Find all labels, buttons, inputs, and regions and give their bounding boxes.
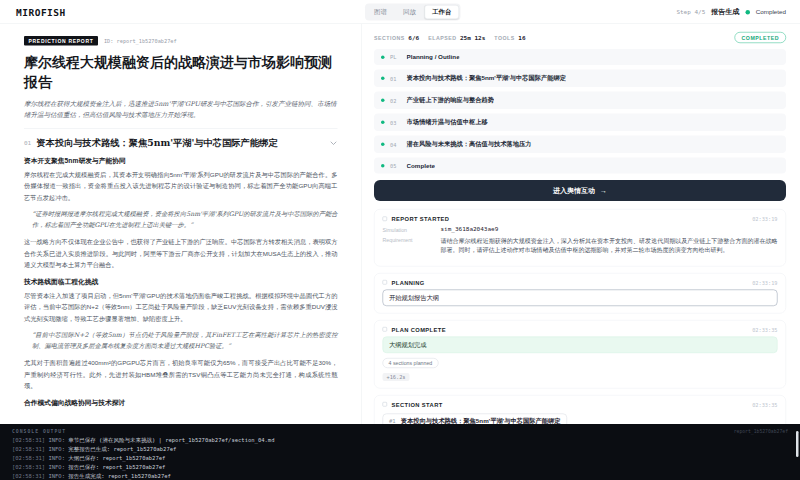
outline-row-planning[interactable]: PL Planning / Outline — [374, 49, 786, 65]
step-indicator: Step 4/5 报告生成 Completed — [676, 0, 786, 24]
section-heading[interactable]: 01 资本投向与技术路线：聚焦5nm'平湖'与中芯国际产能绑定 — [24, 137, 338, 149]
event-label: PLAN COMPLETE — [392, 326, 446, 332]
console-scrollbar[interactable] — [796, 431, 799, 457]
report-subheading-3: 合作模式偏向战略协同与技术探讨 — [24, 398, 338, 407]
event-timestamp: 02:33:35 — [752, 401, 777, 407]
report-quote-1: “证券时报网报道摩尔线程完成大规模融资，资金将投向5nm'平湖'系列GPU的研发… — [24, 208, 338, 231]
event-timestamp: 02:33:35 — [752, 326, 777, 332]
report-quote-2: “目前中芯国际N+2（等效5nm）节点仍处于风险量产阶段，其FinFET工艺在高… — [24, 329, 338, 352]
event-square-icon — [383, 216, 388, 221]
log-level: INFO: — [48, 437, 65, 444]
cta-label: 进入舆情互动 — [553, 186, 595, 195]
stat-label: ELAPSED — [428, 35, 456, 41]
event-timestamp: 02:33:19 — [752, 279, 777, 285]
status-dot-icon — [381, 164, 385, 168]
report-title: 摩尔线程大规模融资后的战略演进与市场影响预测报告 — [24, 53, 338, 93]
log-message: 报告生成完成: report_1b5270ab27ef — [68, 473, 171, 480]
log-message: 报告已保存: report_1b5270ab27ef — [68, 464, 165, 471]
completed-badge: COMPLETED — [735, 32, 786, 43]
status-label: Completed — [756, 9, 786, 16]
outline-row-02[interactable]: 02 产业链上下游的响应与整合趋势 — [374, 92, 786, 110]
report-subheading-1: 资本开支聚焦5nm研发与产能协同 — [24, 156, 338, 165]
stat-elapsed: ELAPSED 25m 12s — [428, 34, 485, 41]
simulation-key: Simulation — [383, 226, 436, 233]
log-timestamp: [02:58:31] — [12, 473, 45, 480]
report-paragraph-2: 这一战略方向不仅体现在企业公告中，也获得了产业链上下游的广泛响应。中芯国际官方转… — [24, 237, 338, 271]
event-header: PLANNING 02:33:19 — [383, 279, 778, 285]
event-card-section-start: SECTION START 02:33:35 #1 资本投向与技术路线：聚焦5n… — [374, 395, 786, 424]
report-id: ID: report_1b5270ab27ef — [104, 38, 177, 44]
stat-value: 25m 12s — [460, 34, 485, 41]
event-label: REPORT STARTED — [392, 216, 450, 222]
event-header: PLAN COMPLETE 02:33:35 — [383, 326, 778, 332]
top-bar: MIROFISH 图谱 回放 工作台 Step 4/5 报告生成 Complet… — [0, 0, 800, 24]
tab-workbench[interactable]: 工作台 — [425, 5, 460, 19]
app-logo: MIROFISH — [16, 6, 66, 17]
outline-row-code: 01 — [390, 75, 401, 81]
log-message: 完整报告已生成: report_1b5270ab27ef — [68, 446, 176, 453]
outline-row-code: 04 — [390, 141, 401, 147]
log-level: INFO: — [48, 464, 65, 471]
planning-message-box: 开始规划报告大纲 — [383, 289, 778, 306]
stat-label: TOOLS — [494, 35, 514, 41]
report-subheading-2: 技术路线面临工程化挑战 — [24, 277, 338, 286]
status-dot-icon — [745, 10, 750, 15]
status-dot-icon — [381, 55, 385, 59]
log-level: INFO: — [48, 446, 65, 453]
stat-value: 16 — [518, 34, 525, 41]
tab-replay[interactable]: 回放 — [396, 5, 424, 19]
log-level: INFO: — [48, 473, 65, 480]
status-dot-icon — [381, 99, 385, 103]
plan-complete-message-box: 大纲规划完成 — [383, 336, 778, 353]
outline-row-03[interactable]: 03 市场情绪升温与估值中枢上移 — [374, 114, 786, 132]
outline-row-code: 02 — [390, 97, 401, 103]
log-timestamp: [02:58:31] — [12, 464, 45, 471]
sections-planned-pill: 4 sections planned — [383, 358, 439, 368]
enter-interaction-button[interactable]: 进入舆情互动 → — [374, 180, 786, 201]
workbench-panel: SECTIONS 6/6 ELAPSED 25m 12s TOOLS 16 CO… — [362, 24, 800, 424]
log-timestamp: [02:58:31] — [12, 455, 45, 462]
event-card-plan-complete: PLAN COMPLETE 02:33:35 大纲规划完成 4 sections… — [374, 320, 786, 389]
main-split: PREDICTION REPORT ID: report_1b5270ab27e… — [0, 24, 800, 424]
section-number: 01 — [24, 140, 31, 147]
section-title: 资本投向与技术路线：聚焦5nm'平湖'与中芯国际产能绑定 — [36, 137, 324, 149]
event-header: REPORT STARTED 02:33:19 — [383, 216, 778, 222]
report-badge-row: PREDICTION REPORT ID: report_1b5270ab27e… — [24, 36, 338, 46]
report-lede: 摩尔线程在获得大规模资金注入后，迅速推进5nm'平湖'GPU研发与中芯国际合作，… — [24, 97, 338, 120]
console-line: [02:58:31] INFO: 大纲已保存: report_1b5270ab2… — [12, 454, 788, 463]
tab-group: 图谱 回放 工作台 — [365, 4, 461, 21]
report-paragraph-1: 摩尔线程在完成大规模融资后，其资本开支明确指向5nm'平湖'系列GPU的研发流片… — [24, 169, 338, 203]
log-level: INFO: — [48, 455, 65, 462]
outline-row-code: 03 — [390, 119, 401, 125]
console-title: CONSOLE OUTPUT — [12, 428, 66, 434]
section-start-box: #1 资本投向与技术路线：聚焦5nm'平湖'与中芯国际产能绑定 — [383, 413, 567, 424]
outline-row-label: 市场情绪升温与估值中枢上移 — [407, 118, 488, 127]
outline-row-01[interactable]: 01 资本投向与技术路线：聚焦5nm'平湖'与中芯国际产能绑定 — [374, 70, 786, 88]
console-header: CONSOLE OUTPUT report_1b5270ab27ef — [12, 428, 788, 434]
event-timestamp: 02:33:19 — [752, 216, 777, 222]
simulation-id: sim_3618a2043ae9 — [441, 226, 499, 233]
log-message: 章节已保存 (潜在风险与未来挑战) | report_1b5270ab27ef/… — [68, 437, 274, 444]
chevron-down-icon[interactable] — [330, 139, 338, 147]
console-line: [02:58:31] INFO: 报告生成完成: report_1b5270ab… — [12, 472, 788, 480]
log-timestamp: [02:58:31] — [12, 446, 45, 453]
console-line: [02:58:31] INFO: 章节已保存 (潜在风险与未来挑战) | rep… — [12, 436, 788, 445]
requirement-key: Requirement — [383, 236, 436, 255]
tab-graph[interactable]: 图谱 — [367, 5, 395, 19]
outline-row-04[interactable]: 04 潜在风险与未来挑战：高估值与技术落地压力 — [374, 136, 786, 154]
console-line: [02:58:31] INFO: 报告已保存: report_1b5270ab2… — [12, 463, 788, 472]
event-label: SECTION START — [392, 401, 443, 407]
outline-row-code: 05 — [390, 163, 401, 169]
app-root: MIROFISH 图谱 回放 工作台 Step 4/5 报告生成 Complet… — [0, 0, 800, 480]
event-square-icon — [383, 402, 388, 407]
outline-row-label: 产业链上下游的响应与整合趋势 — [407, 96, 495, 105]
outline-row-label: Complete — [407, 162, 435, 169]
outline-row-label: 潜在风险与未来挑战：高估值与技术落地压力 — [407, 140, 532, 149]
report-paragraph-3: 尽管资本注入加速了项目启动，但5nm'平湖'GPU的技术落地仍面临严峻工程挑战。… — [24, 290, 338, 324]
log-message: 大纲已保存: report_1b5270ab27ef — [68, 455, 165, 462]
outline-row-label: 资本投向与技术路线：聚焦5nm'平湖'与中芯国际产能绑定 — [407, 74, 567, 83]
status-dot-icon — [381, 143, 385, 147]
console-line: [02:58:31] INFO: 完整报告已生成: report_1b5270a… — [12, 445, 788, 454]
outline-row-complete[interactable]: 05 Complete — [374, 158, 786, 174]
log-timestamp: [02:58:31] — [12, 437, 45, 444]
